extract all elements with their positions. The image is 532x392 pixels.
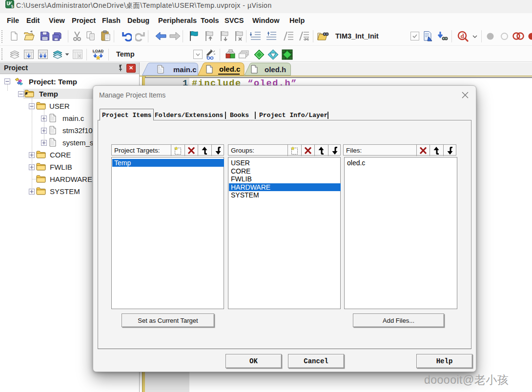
svg-text:d: d [460, 32, 464, 39]
svg-text:5: 5 [11, 4, 14, 8]
